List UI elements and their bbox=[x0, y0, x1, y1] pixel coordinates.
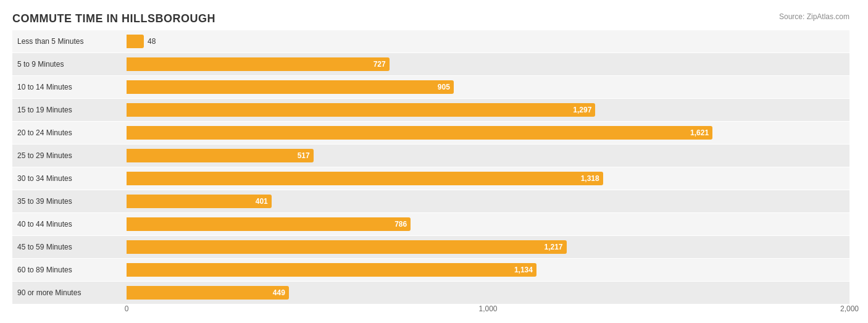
bar-label: 45 to 59 Minutes bbox=[12, 243, 127, 251]
bar-row: 45 to 59 Minutes1,217 bbox=[12, 236, 849, 258]
bar-label: 30 to 34 Minutes bbox=[12, 174, 127, 183]
bar-row: 90 or more Minutes449 bbox=[12, 282, 849, 304]
bar-row: 40 to 44 Minutes786 bbox=[12, 213, 849, 235]
bar-value: 1,297 bbox=[573, 106, 591, 114]
x-axis-tick: 0 bbox=[125, 304, 129, 313]
bar-fill: 517 bbox=[127, 149, 314, 162]
bar-value: 48 bbox=[148, 37, 156, 46]
bar-label: 15 to 19 Minutes bbox=[12, 106, 127, 114]
bar-value: 786 bbox=[394, 220, 407, 229]
bar-row: 20 to 24 Minutes1,621 bbox=[12, 122, 849, 144]
bar-label: 40 to 44 Minutes bbox=[12, 220, 127, 229]
bar-track: 449 bbox=[127, 282, 849, 304]
bar-fill: 401 bbox=[127, 195, 272, 208]
bar-label: 10 to 14 Minutes bbox=[12, 83, 127, 91]
x-axis-tick: 1,000 bbox=[478, 304, 497, 313]
bar-fill: 1,318 bbox=[127, 172, 603, 185]
chart-title: COMMUTE TIME IN HILLSBOROUGH bbox=[12, 12, 849, 25]
chart-source: Source: ZipAtlas.com bbox=[779, 12, 849, 21]
bar-value: 905 bbox=[438, 83, 450, 91]
x-axis-tick: 2,000 bbox=[840, 304, 859, 313]
bar-row: 5 to 9 Minutes727 bbox=[12, 53, 849, 75]
bar-row: 10 to 14 Minutes905 bbox=[12, 76, 849, 98]
bar-value: 1,217 bbox=[545, 243, 563, 251]
bar-fill: 1,217 bbox=[127, 240, 567, 254]
bar-label: 25 to 29 Minutes bbox=[12, 151, 127, 160]
bar-row: 60 to 89 Minutes1,134 bbox=[12, 259, 849, 281]
bar-track: 786 bbox=[127, 213, 849, 235]
bar-row: 25 to 29 Minutes517 bbox=[12, 145, 849, 167]
bar-value: 727 bbox=[373, 60, 386, 69]
bar-fill: 449 bbox=[127, 286, 289, 300]
bar-row: 30 to 34 Minutes1,318 bbox=[12, 167, 849, 190]
bar-label: 60 to 89 Minutes bbox=[12, 266, 127, 274]
bar-label: Less than 5 Minutes bbox=[12, 37, 127, 46]
bar-fill: 727 bbox=[127, 57, 390, 71]
bar-track: 905 bbox=[127, 76, 849, 98]
chart-container: COMMUTE TIME IN HILLSBOROUGH Source: Zip… bbox=[0, 0, 868, 323]
bar-fill: 1,297 bbox=[127, 103, 595, 117]
bar-label: 5 to 9 Minutes bbox=[12, 60, 127, 69]
x-axis-ticks: 01,0002,000 bbox=[127, 304, 831, 317]
bar-track: 1,134 bbox=[127, 259, 849, 281]
bar-value: 1,318 bbox=[581, 174, 599, 183]
bar-fill bbox=[127, 35, 144, 48]
bar-value: 517 bbox=[298, 151, 310, 160]
bar-row: Less than 5 Minutes48 bbox=[12, 30, 849, 52]
bar-value: 1,134 bbox=[514, 266, 533, 274]
bar-track: 401 bbox=[127, 190, 849, 212]
bar-track: 517 bbox=[127, 145, 849, 167]
bar-fill: 1,134 bbox=[127, 263, 536, 277]
bar-value: 401 bbox=[256, 197, 268, 206]
bar-fill: 786 bbox=[127, 217, 411, 231]
bar-row: 35 to 39 Minutes401 bbox=[12, 190, 849, 212]
bar-fill: 905 bbox=[127, 80, 454, 94]
bar-label: 90 or more Minutes bbox=[12, 288, 127, 297]
bar-track: 727 bbox=[127, 53, 849, 75]
bar-value: 449 bbox=[273, 288, 285, 297]
bar-track: 1,217 bbox=[127, 236, 849, 258]
bar-row: 15 to 19 Minutes1,297 bbox=[12, 99, 849, 121]
bar-track: 1,621 bbox=[127, 122, 849, 144]
bar-track: 1,297 bbox=[127, 99, 849, 121]
bar-track: 1,318 bbox=[127, 167, 849, 190]
bars-area: Less than 5 Minutes485 to 9 Minutes72710… bbox=[12, 30, 849, 304]
bar-value: 1,621 bbox=[690, 128, 709, 137]
bar-label: 20 to 24 Minutes bbox=[12, 128, 127, 137]
bar-track: 48 bbox=[127, 30, 849, 52]
bar-label: 35 to 39 Minutes bbox=[12, 197, 127, 206]
bar-fill: 1,621 bbox=[127, 126, 712, 140]
